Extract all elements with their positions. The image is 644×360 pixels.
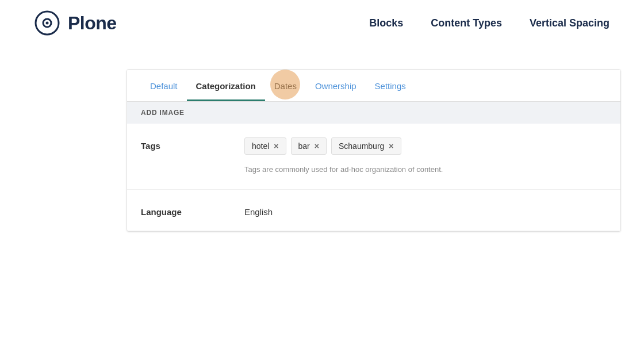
section-header-add-image: ADD IMAGE (127, 102, 620, 124)
tags-label: Tags (141, 137, 244, 151)
field-row-tags: Tags hotel × bar × Schaumburg × (127, 124, 620, 190)
tags-hint: Tags are commonly used for ad-hoc organi… (244, 164, 607, 175)
header: Plone Blocks Content Types Vertical Spac… (0, 0, 644, 46)
nav-item-vertical-spacing[interactable]: Vertical Spacing (530, 17, 610, 29)
tab-default[interactable]: Default (141, 70, 187, 101)
language-value: English (244, 204, 607, 217)
main-content: Default Categorization Dates Ownership S… (0, 46, 644, 232)
language-label: Language (141, 204, 244, 217)
field-row-language: Language English (127, 190, 620, 231)
tag-bar-remove[interactable]: × (315, 142, 319, 150)
tag-schaumburg: Schaumburg × (331, 137, 401, 155)
plone-logo-icon (34, 10, 60, 36)
main-nav: Blocks Content Types Vertical Spacing (369, 17, 610, 29)
logo-text: Plone (68, 13, 117, 34)
tag-hotel: hotel × (244, 137, 286, 155)
tag-hotel-remove[interactable]: × (274, 142, 278, 150)
tab-categorization[interactable]: Categorization (187, 70, 265, 101)
tag-hotel-value: hotel (252, 141, 269, 151)
nav-item-blocks[interactable]: Blocks (369, 17, 403, 29)
nav-item-content-types[interactable]: Content Types (431, 17, 502, 29)
language-content: English (244, 204, 607, 217)
tag-schaumburg-value: Schaumburg (339, 141, 384, 151)
tab-dates[interactable]: Dates (265, 70, 306, 101)
content-card: Default Categorization Dates Ownership S… (126, 69, 621, 232)
tab-ownership[interactable]: Ownership (306, 70, 366, 101)
tags-list: hotel × bar × Schaumburg × (244, 137, 607, 155)
tag-schaumburg-remove[interactable]: × (389, 142, 393, 150)
tab-settings[interactable]: Settings (366, 70, 415, 101)
tags-content: hotel × bar × Schaumburg × Tags are comm… (244, 137, 607, 175)
tag-bar-value: bar (298, 141, 310, 151)
tag-bar: bar × (291, 137, 327, 155)
tab-bar: Default Categorization Dates Ownership S… (127, 70, 620, 102)
svg-point-2 (46, 22, 49, 25)
logo: Plone (34, 10, 117, 36)
